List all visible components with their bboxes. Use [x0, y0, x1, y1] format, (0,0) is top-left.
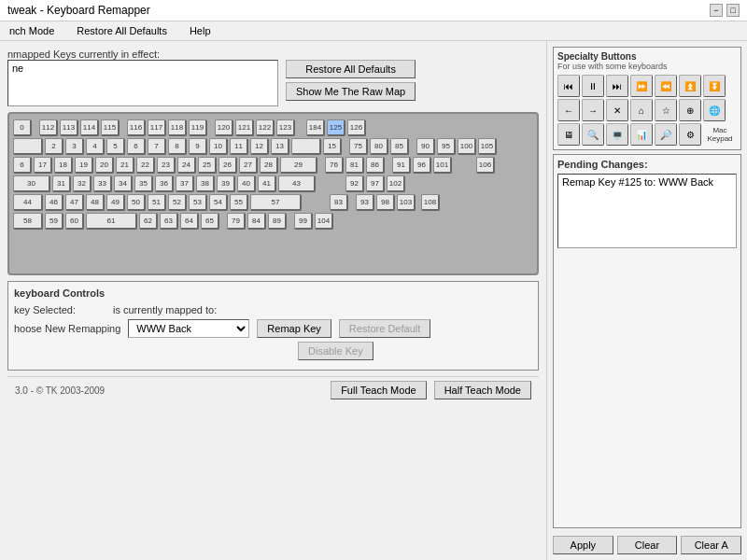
key-116[interactable]: 116 — [127, 119, 146, 136]
key-19[interactable]: 19 — [75, 157, 93, 174]
specialty-icon-forward[interactable]: → — [582, 99, 604, 121]
key-46b[interactable]: 46 — [45, 194, 63, 211]
menu-help[interactable]: Help — [184, 23, 217, 38]
key-105[interactable]: 105 — [478, 138, 497, 155]
key-6b[interactable]: 6 — [13, 157, 32, 174]
key-8[interactable]: 8 — [168, 138, 187, 155]
key-104[interactable]: 104 — [315, 213, 333, 230]
key-75[interactable]: 75 — [349, 138, 368, 155]
key-95[interactable]: 95 — [437, 138, 456, 155]
specialty-icon-7[interactable]: ⏬ — [703, 75, 726, 97]
key-6[interactable]: 6 — [127, 138, 146, 155]
key-122[interactable]: 122 — [256, 119, 275, 136]
specialty-icon-search[interactable]: 🔍 — [582, 123, 604, 146]
menu-restore-defaults[interactable]: Restore All Defaults — [71, 23, 173, 38]
key-38[interactable]: 38 — [196, 175, 215, 192]
key-85[interactable]: 85 — [390, 138, 409, 155]
key-32[interactable]: 32 — [73, 175, 92, 192]
specialty-icon-6[interactable]: ⏫ — [679, 75, 701, 97]
key-35[interactable]: 35 — [134, 175, 153, 192]
key-126[interactable]: 126 — [347, 119, 366, 136]
menu-nch-mode[interactable]: nch Mode — [4, 23, 60, 38]
key-84[interactable]: 84 — [247, 213, 266, 230]
key-62[interactable]: 62 — [139, 213, 158, 230]
key-89[interactable]: 89 — [268, 213, 287, 230]
key-2[interactable]: 2 — [45, 138, 63, 155]
key-57[interactable]: 57 — [250, 194, 302, 211]
key-0[interactable]: 0 — [13, 119, 32, 136]
key-23[interactable]: 23 — [157, 157, 176, 174]
key-119[interactable]: 119 — [189, 119, 207, 136]
specialty-icon-monitor[interactable]: 🖥 — [557, 123, 580, 146]
key-83[interactable]: 83 — [330, 194, 348, 211]
key-93[interactable]: 93 — [356, 194, 374, 211]
specialty-icon-back[interactable]: ← — [557, 99, 580, 121]
key-64[interactable]: 64 — [180, 213, 199, 230]
key-63[interactable]: 63 — [160, 213, 178, 230]
specialty-icon-laptop[interactable]: 💻 — [606, 123, 628, 146]
maximize-button[interactable]: □ — [726, 4, 740, 17]
key-120[interactable]: 120 — [215, 119, 233, 136]
key-103[interactable]: 103 — [397, 194, 416, 211]
key-112[interactable]: 112 — [39, 119, 58, 136]
key-115[interactable]: 115 — [101, 119, 120, 136]
key-10[interactable]: 10 — [209, 138, 228, 155]
restore-default-button[interactable]: Restore Default — [339, 319, 430, 338]
key-121[interactable]: 121 — [235, 119, 254, 136]
key-65[interactable]: 65 — [201, 213, 219, 230]
key-90[interactable]: 90 — [416, 138, 435, 155]
key-108[interactable]: 108 — [421, 194, 440, 211]
key-31[interactable]: 31 — [52, 175, 71, 192]
key-29[interactable]: 29 — [280, 157, 317, 174]
key-52[interactable]: 52 — [168, 194, 187, 211]
key-101[interactable]: 101 — [433, 157, 452, 174]
specialty-icon-3[interactable]: ⏭ — [606, 75, 628, 97]
key-59[interactable]: 59 — [45, 213, 63, 230]
key-81[interactable]: 81 — [345, 157, 364, 174]
key-17[interactable]: 17 — [34, 157, 52, 174]
key-36[interactable]: 36 — [155, 175, 174, 192]
apply-button[interactable]: Apply — [553, 536, 613, 554]
key-79[interactable]: 79 — [227, 213, 246, 230]
key-34[interactable]: 34 — [114, 175, 133, 192]
key-21[interactable]: 21 — [116, 157, 134, 174]
key-96[interactable]: 96 — [413, 157, 431, 174]
key-60[interactable]: 60 — [65, 213, 84, 230]
key-9[interactable]: 9 — [189, 138, 207, 155]
specialty-icon-stop[interactable]: ✕ — [606, 99, 628, 121]
key-99[interactable]: 99 — [294, 213, 313, 230]
key-39[interactable]: 39 — [217, 175, 235, 192]
specialty-icon-globe[interactable]: 🌐 — [703, 99, 726, 121]
remap-key-button[interactable]: Remap Key — [257, 319, 331, 338]
key-51[interactable]: 51 — [148, 194, 166, 211]
key-blank[interactable] — [13, 138, 43, 155]
key-15[interactable]: 15 — [323, 138, 342, 155]
key-44[interactable]: 44 — [13, 194, 43, 211]
key-28[interactable]: 28 — [260, 157, 278, 174]
key-53[interactable]: 53 — [189, 194, 207, 211]
key-4[interactable]: 4 — [86, 138, 105, 155]
key-92[interactable]: 92 — [345, 175, 364, 192]
key-13[interactable]: 13 — [271, 138, 289, 155]
key-106[interactable]: 106 — [476, 157, 495, 174]
key-3[interactable]: 3 — [65, 138, 84, 155]
specialty-icon-chart[interactable]: 📊 — [630, 123, 653, 146]
key-102[interactable]: 102 — [387, 175, 405, 192]
key-50[interactable]: 50 — [127, 194, 146, 211]
key-55[interactable]: 55 — [230, 194, 248, 211]
specialty-icon-5[interactable]: ⏪ — [655, 75, 677, 97]
specialty-icon-refresh[interactable]: ⊕ — [679, 99, 701, 121]
key-114[interactable]: 114 — [80, 119, 99, 136]
key-30[interactable]: 30 — [13, 175, 50, 192]
key-20[interactable]: 20 — [95, 157, 114, 174]
specialty-icon-search2[interactable]: 🔎 — [655, 123, 677, 146]
key-86[interactable]: 86 — [366, 157, 385, 174]
key-47[interactable]: 47 — [65, 194, 84, 211]
key-118[interactable]: 118 — [168, 119, 187, 136]
key-18[interactable]: 18 — [54, 157, 73, 174]
remapping-select[interactable]: WWW Back WWW Forward WWW Stop Volume Up … — [128, 319, 249, 338]
key-113[interactable]: 113 — [60, 119, 78, 136]
key-11[interactable]: 11 — [230, 138, 248, 155]
key-184[interactable]: 184 — [306, 119, 325, 136]
key-22[interactable]: 22 — [136, 157, 155, 174]
